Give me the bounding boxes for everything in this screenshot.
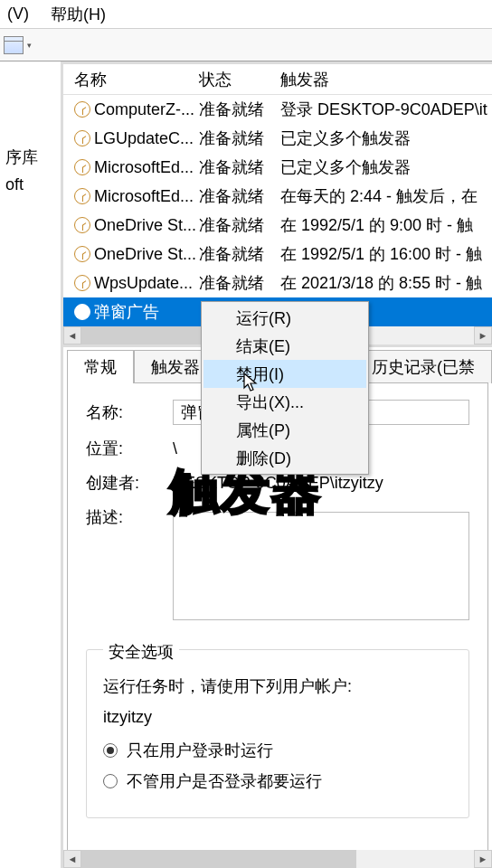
security-legend: 安全选项 — [103, 641, 179, 663]
radio-label-1: 只在用户登录时运行 — [127, 740, 273, 761]
radio-label-2: 不管用户是否登录都要运行 — [127, 770, 322, 792]
menu-help[interactable]: 帮助(H) — [51, 4, 106, 25]
task-trigger: 已定义多个触发器 — [280, 156, 492, 178]
security-line1: 运行任务时，请使用下列用户帐户: — [103, 675, 452, 697]
task-name: MicrosoftEd... — [94, 158, 194, 177]
col-name[interactable]: 名称 — [63, 69, 199, 90]
sidebar-tree: 序库 oft — [0, 61, 63, 868]
task-trigger: 已定义多个触发器 — [280, 127, 492, 149]
scroll-left-button[interactable]: ◄ — [63, 326, 81, 344]
context-menu-item[interactable]: 禁用(I) — [203, 360, 366, 388]
value-creator: DESKTOP-9C0ADEP\itzyitzy — [173, 474, 383, 493]
task-state: 准备就绪 — [199, 185, 280, 207]
task-state: 准备就绪 — [199, 243, 280, 265]
context-menu-item[interactable]: 删除(D) — [203, 444, 366, 472]
value-location: \ — [173, 439, 177, 458]
scroll-right-button[interactable]: ► — [474, 850, 492, 868]
radio-logged-in[interactable] — [103, 743, 118, 758]
task-row[interactable]: WpsUpdate...准备就绪在 2021/3/18 的 8:55 时 - 触 — [63, 269, 492, 297]
task-row[interactable]: OneDrive St...准备就绪在 1992/5/1 的 16:00 时 -… — [63, 240, 492, 269]
column-headers: 名称 状态 触发器 — [63, 64, 492, 95]
task-row[interactable]: ComputerZ-...准备就绪登录 DESKTOP-9C0ADEP\it — [63, 95, 492, 124]
task-trigger: 在 1992/5/1 的 16:00 时 - 触 — [280, 243, 492, 265]
label-description: 描述: — [86, 506, 151, 528]
task-row[interactable]: LGUpdateC...准备就绪已定义多个触发器 — [63, 124, 492, 153]
task-state: 准备就绪 — [199, 99, 280, 120]
clock-icon — [74, 275, 90, 291]
cursor-icon — [242, 373, 259, 394]
tree-node-oft[interactable]: oft — [0, 172, 61, 198]
tree-node-library[interactable]: 序库 — [0, 143, 61, 172]
task-trigger: 在 1992/5/1 的 9:00 时 - 触 — [280, 214, 492, 236]
context-menu-item[interactable]: 运行(R) — [203, 304, 366, 332]
label-creator: 创建者: — [86, 472, 151, 494]
task-name: WpsUpdate... — [94, 274, 193, 293]
task-state: 准备就绪 — [199, 127, 280, 149]
label-name: 名称: — [86, 401, 151, 423]
task-name: MicrosoftEd... — [94, 187, 194, 206]
col-trigger[interactable]: 触发器 — [280, 69, 492, 90]
context-menu-item[interactable]: 属性(P) — [203, 416, 366, 444]
clock-icon — [74, 246, 90, 262]
toolbar: ▾ — [0, 29, 492, 61]
task-trigger: 登录 DESKTOP-9C0ADEP\it — [280, 99, 492, 120]
radio-row-2[interactable]: 不管用户是否登录都要运行 — [103, 770, 452, 792]
task-state: 准备就绪 — [199, 214, 280, 236]
details-hscrollbar[interactable]: ◄ ► — [63, 850, 492, 868]
task-row[interactable]: OneDrive St...准备就绪在 1992/5/1 的 9:00 时 - … — [63, 211, 492, 240]
security-account: itzyitzy — [103, 708, 452, 727]
security-fieldset: 安全选项 运行任务时，请使用下列用户帐户: itzyitzy 只在用户登录时运行… — [86, 649, 469, 818]
scroll-right-button[interactable]: ► — [474, 326, 492, 344]
task-row[interactable]: MicrosoftEd...准备就绪已定义多个触发器 — [63, 153, 492, 182]
radio-any[interactable] — [103, 774, 118, 788]
clock-icon — [74, 217, 90, 233]
task-trigger: 在 2021/3/18 的 8:55 时 - 触 — [280, 272, 492, 294]
label-location: 位置: — [86, 438, 151, 459]
task-name: OneDrive St... — [94, 245, 196, 264]
scroll-left-button[interactable]: ◄ — [63, 850, 81, 868]
clock-icon — [74, 159, 90, 175]
clock-icon — [74, 304, 90, 320]
menu-view[interactable]: (V) — [7, 5, 29, 24]
clock-icon — [74, 101, 90, 118]
textarea-description[interactable] — [173, 512, 469, 620]
context-menu: 运行(R)结束(E)禁用(I)导出(X)...属性(P)删除(D) — [201, 301, 369, 475]
clock-icon — [74, 188, 90, 204]
context-menu-item[interactable]: 结束(E) — [203, 332, 366, 360]
radio-row-1[interactable]: 只在用户登录时运行 — [103, 740, 452, 761]
clock-icon — [74, 130, 90, 146]
task-name: LGUpdateC... — [94, 129, 194, 148]
task-name: 弹窗广告 — [94, 301, 159, 323]
task-name: OneDrive St... — [94, 216, 196, 235]
task-row[interactable]: MicrosoftEd...准备就绪在每天的 2:44 - 触发后，在 — [63, 182, 492, 211]
task-name: ComputerZ-... — [94, 100, 194, 119]
dropdown-icon[interactable]: ▾ — [24, 35, 34, 55]
context-menu-item[interactable]: 导出(X)... — [203, 388, 366, 416]
task-trigger: 在每天的 2:44 - 触发后，在 — [280, 185, 492, 207]
menubar: (V) 帮助(H) — [0, 0, 492, 29]
calendar-icon[interactable] — [4, 36, 24, 54]
col-state[interactable]: 状态 — [199, 69, 280, 90]
task-state: 准备就绪 — [199, 156, 280, 178]
task-state: 准备就绪 — [199, 272, 280, 294]
tab-history[interactable]: 历史记录(已禁 — [355, 350, 492, 383]
scroll-thumb[interactable] — [81, 850, 356, 868]
tab-general[interactable]: 常规 — [67, 350, 134, 383]
